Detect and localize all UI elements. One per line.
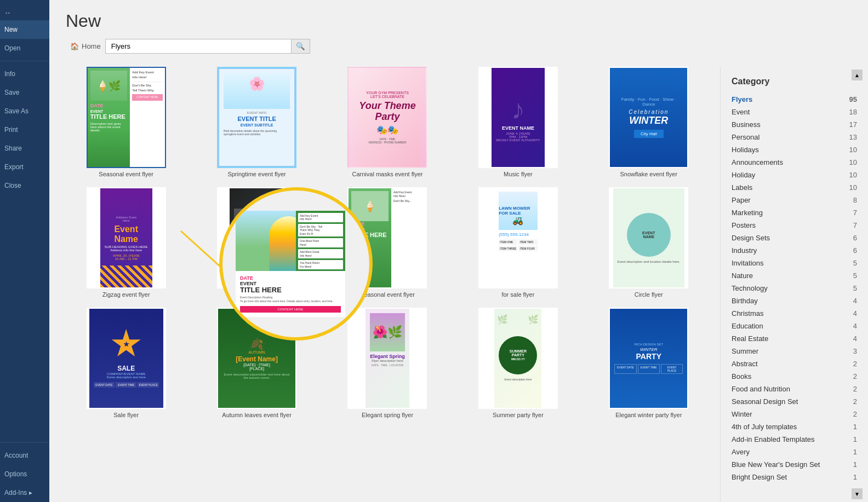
template-item[interactable]: ★ SALE COMPANY/EVENT NAMESome descriptio… [66, 308, 186, 418]
category-item-bluenewyear[interactable]: Blue New Year's Design Set 1 [721, 458, 868, 471]
category-item-birthday[interactable]: Birthday 4 [721, 295, 868, 307]
category-label: Seasonal Design Set [732, 397, 798, 406]
category-label: Nature [732, 272, 753, 280]
template-item[interactable]: EVENT NAME JUNE 4, [YEAR] · 9 PM – 9 PM … [196, 187, 317, 298]
category-label: Books [732, 372, 751, 380]
template-item[interactable]: EVENTNAME Event description and location… [589, 187, 709, 298]
category-item-designsets[interactable]: Design Sets 6 [721, 232, 868, 244]
sidebar-item-addins[interactable]: Add-Ins ▸ [0, 483, 49, 502]
search-input[interactable] [105, 39, 292, 54]
category-count: 13 [849, 133, 857, 141]
template-item[interactable]: LAWN MOWER FOR SALE 🚜 (555) 555-1234 ITE… [458, 187, 578, 298]
category-item-marketing[interactable]: Marketing 7 [721, 206, 868, 219]
app-logo: ▪▪ [0, 5, 49, 20]
template-item[interactable]: ♪ EVENT NAME JUNE 4, [YEAR]7PM - 11PMMIC… [458, 67, 578, 177]
category-item-addin[interactable]: Add-in Enabled Templates 1 [721, 433, 868, 446]
category-count: 5 [853, 284, 857, 292]
template-thumb-circle: EVENTNAME Event description and location… [609, 187, 688, 288]
template-label: Autumn leaves event flyer [222, 412, 292, 418]
template-item[interactable]: RICH DESIGN SET WINTER PARTY EVENT DATE … [589, 308, 709, 418]
search-button[interactable]: 🔍 [292, 39, 310, 54]
template-label: Sale flyer [113, 412, 139, 418]
home-icon: 🏠 [70, 42, 79, 50]
category-count: 1 [853, 435, 857, 443]
sidebar-item-print[interactable]: Print [0, 120, 49, 139]
category-item-seasonaldesign[interactable]: Seasonal Design Set 2 [721, 395, 868, 408]
category-item-brightdesign[interactable]: Bright Design Set 1 [721, 471, 868, 483]
category-label: Business [732, 120, 761, 129]
template-item[interactable]: 🍦🌿 DATE EVENT TITLE HERE Description tex… [66, 67, 186, 177]
category-item-foodnutrition[interactable]: Food and Nutrition 2 [721, 383, 868, 395]
category-item-personal[interactable]: Personal 13 [721, 131, 868, 143]
category-count: 18 [849, 108, 857, 116]
template-item[interactable]: Address GoesHere EventName SUB HEADING G… [66, 187, 186, 298]
category-label: Real Estate [732, 334, 768, 343]
category-count: 2 [853, 360, 857, 368]
category-count: 5 [853, 259, 857, 267]
category-label: 4th of July templates [732, 423, 797, 431]
category-item-realestate[interactable]: Real Estate 4 [721, 332, 868, 345]
category-count: 5 [853, 272, 857, 280]
category-label: Blue New Year's Design Set [732, 460, 820, 469]
sidebar-item-open[interactable]: Open [0, 39, 49, 57]
category-item-technology[interactable]: Technology 5 [721, 282, 868, 295]
template-item[interactable]: 🍂 AUTUMN [Event Name] [DATE] · [TIME][PL… [196, 308, 317, 418]
scroll-up-button[interactable]: ▲ [852, 70, 863, 80]
template-item[interactable]: 🌸 EVENT INFO EVENT TITLE EVENT SUBTITLE … [196, 67, 317, 177]
category-label: Marketing [732, 209, 763, 217]
category-count: 10 [849, 146, 857, 154]
category-item-avery[interactable]: Avery 1 [721, 446, 868, 458]
home-label: Home [82, 42, 101, 50]
category-item-holidays[interactable]: Holidays 10 [721, 143, 868, 156]
category-label: Personal [732, 133, 760, 141]
category-item-summer[interactable]: Summer 3 [721, 345, 868, 357]
category-panel: ▲ Category Flyers 95 Event 18 Business 1… [720, 67, 868, 502]
sidebar-item-new[interactable]: New [0, 20, 49, 39]
category-count: 4 [853, 297, 857, 305]
home-button[interactable]: 🏠 Home [66, 40, 105, 53]
template-label: Circle flyer [635, 291, 663, 298]
category-item-holiday[interactable]: Holiday 10 [721, 169, 868, 181]
category-count: 3 [853, 347, 857, 355]
template-label: Snowflake event flyer [620, 171, 678, 177]
sidebar-item-save[interactable]: Save [0, 83, 49, 102]
sidebar-item-saveas[interactable]: Save As [0, 102, 49, 120]
category-item-flyers[interactable]: Flyers 95 [721, 93, 868, 106]
template-item[interactable]: Family · Fun · Food · Show · Dance Celeb… [589, 67, 709, 177]
category-label: Birthday [732, 297, 758, 305]
category-item-winter[interactable]: Winter 2 [721, 408, 868, 420]
category-item-industry[interactable]: Industry 6 [721, 244, 868, 257]
scroll-down-button[interactable]: ▼ [852, 488, 863, 499]
category-count: 10 [849, 171, 857, 179]
category-item-education[interactable]: Education 4 [721, 320, 868, 332]
sidebar-item-account[interactable]: Account [0, 446, 49, 465]
category-item-event[interactable]: Event 18 [721, 106, 868, 118]
template-item[interactable]: 🌿 🌿 SUMMERPARTYMM.DD.YY Event descriptio… [458, 308, 578, 418]
template-thumb-music: ♪ EVENT NAME JUNE 4, [YEAR]7PM - 11PMMIC… [478, 67, 558, 168]
template-grid: 🍦🌿 DATE EVENT TITLE HERE Description tex… [49, 67, 720, 502]
category-label: Announcements [732, 158, 783, 166]
category-item-business[interactable]: Business 17 [721, 118, 868, 131]
template-item[interactable]: YOUR GYM PRESENTSLET'S CELEBRATE Your Th… [327, 67, 448, 177]
template-item[interactable]: 🌺🌿 Elegant Spring Flyer description here… [327, 308, 448, 418]
category-item-4thjuly[interactable]: 4th of July templates 1 [721, 420, 868, 433]
category-item-posters[interactable]: Posters 7 [721, 219, 868, 232]
sidebar-item-share[interactable]: Share [0, 139, 49, 158]
template-item-zoomed[interactable]: 🍦 DATE EVENT TITLE HERE Add Key EventInf… [327, 187, 448, 298]
category-count: 1 [853, 473, 857, 481]
category-item-christmas[interactable]: Christmas 4 [721, 307, 868, 320]
category-item-announcements[interactable]: Announcements 10 [721, 156, 868, 169]
template-label: Music flyer [504, 171, 533, 177]
sidebar-item-close[interactable]: Close [0, 176, 49, 195]
category-item-books[interactable]: Books 2 [721, 370, 868, 383]
sidebar-item-export[interactable]: Export [0, 158, 49, 176]
category-label: Design Sets [732, 234, 770, 242]
category-item-paper[interactable]: Paper 8 [721, 194, 868, 206]
sidebar-item-info[interactable]: Info [0, 65, 49, 83]
category-count: 2 [853, 372, 857, 380]
category-item-nature[interactable]: Nature 5 [721, 269, 868, 282]
category-item-labels[interactable]: Labels 10 [721, 181, 868, 194]
category-item-abstract[interactable]: Abstract 2 [721, 357, 868, 370]
sidebar-item-options[interactable]: Options [0, 465, 49, 483]
category-item-invitations[interactable]: Invitations 5 [721, 257, 868, 269]
